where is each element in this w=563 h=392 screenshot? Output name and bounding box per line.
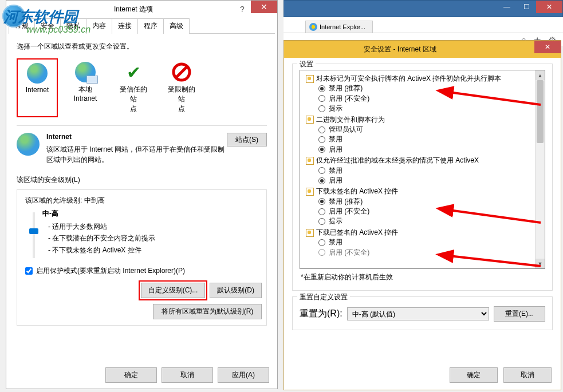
level-bullets: - 适用于大多数网站 - 在下载潜在的不安全内容之前提示 - 不下载未签名的 A… <box>42 221 262 256</box>
cancel-button[interactable]: 取消 <box>162 367 213 383</box>
reset-to-select[interactable]: 中-高 (默认值) <box>347 307 489 320</box>
setting-option[interactable]: 禁用 <box>304 166 541 176</box>
minimize-button[interactable]: — <box>497 1 517 13</box>
ok-button[interactable]: 确定 <box>450 367 498 383</box>
setting-option[interactable]: 启用 <box>304 145 541 155</box>
browser-window: — ☐ ✕ Internet Explor... ⌂ ★ ⚙ <box>284 0 563 46</box>
zone-intranet[interactable]: 本地 Intranet <box>65 58 106 117</box>
globe-large-icon <box>17 133 40 156</box>
radio-icon <box>318 85 325 92</box>
setting-option[interactable]: 启用 <box>304 176 541 185</box>
scrollbar[interactable]: ▲ ▼ <box>535 70 545 268</box>
dialog-footer: 确定 取消 应用(A) <box>105 367 269 383</box>
settings-group: 设置 对未标记为可安全执行脚本的 ActiveX 控件初始化并执行脚本禁用 (推… <box>292 64 553 291</box>
setting-option[interactable]: 禁用 (推荐) <box>304 84 541 93</box>
security-settings-dialog: 安全设置 - Internet 区域 ✕ 设置 对未标记为可安全执行脚本的 Ac… <box>284 40 561 390</box>
dialog-footer: 确定 取消 <box>450 367 552 383</box>
radio-icon <box>318 177 325 184</box>
radio-icon <box>318 136 325 143</box>
restart-note: *在重新启动你的计算机后生效 <box>301 272 545 282</box>
radio-icon <box>318 126 325 133</box>
ok-button[interactable]: 确定 <box>105 367 157 383</box>
setting-header: 仅允许经过批准的域在未经提示的情况下使用 ActiveX <box>304 156 541 165</box>
intranet-icon <box>75 62 96 82</box>
security-slider[interactable] <box>25 209 42 258</box>
scroll-up-button[interactable]: ▲ <box>536 70 545 80</box>
radio-icon <box>318 167 325 174</box>
sites-button[interactable]: 站点(S) <box>227 133 267 146</box>
radio-icon <box>318 146 325 153</box>
security-level-section: 该区域的安全级别(L) 该区域的允许级别: 中到高 中-高 - 适用于大多数网站… <box>17 175 267 326</box>
setting-icon <box>306 229 314 237</box>
setting-header: 下载已签名的 ActiveX 控件 <box>304 228 541 237</box>
tab-connections[interactable]: 连接 <box>112 18 138 34</box>
setting-header: 对未标记为可安全执行脚本的 ActiveX 控件初始化并执行脚本 <box>304 74 541 84</box>
close-button[interactable]: ✕ <box>251 1 277 13</box>
maximize-button[interactable]: ☐ <box>517 1 536 13</box>
reset-all-zones-button[interactable]: 将所有区域重置为默认级别(R) <box>153 304 262 319</box>
tab-advanced[interactable]: 高级 <box>163 18 190 34</box>
browser-close-button[interactable]: ✕ <box>536 1 562 13</box>
help-button[interactable]: ? <box>234 3 251 15</box>
reset-custom-group: 重置自定义设置 重置为(R): 中-高 (默认值) 重置(E)... <box>292 296 553 330</box>
group-label: 设置 <box>297 60 316 69</box>
setting-icon <box>306 157 314 165</box>
reset-to-label: 重置为(R): <box>300 308 342 320</box>
zone-trusted[interactable]: ✔ 受信任的站 点 <box>113 58 154 117</box>
setting-option[interactable]: 禁用 (推荐) <box>304 197 541 207</box>
protected-mode-checkbox[interactable] <box>25 267 33 275</box>
zone-label: 受信任的站 点 <box>117 85 149 114</box>
browser-tab[interactable]: Internet Explor... <box>305 21 373 33</box>
setting-option[interactable]: 提示 <box>304 216 541 226</box>
default-level-button[interactable]: 默认级别(D) <box>210 283 262 298</box>
watermark: 河东软件园 www.pc0359.cn <box>3 7 90 35</box>
browser-tabs: Internet Explor... <box>284 17 563 33</box>
zone-detail-desc: 该区域适用于 Internet 网站，但不适用于在受信任和受限制区域中列出的网站… <box>46 144 227 165</box>
scroll-thumb[interactable] <box>537 80 544 143</box>
zone-internet[interactable]: Internet <box>17 58 58 117</box>
radio-icon <box>318 218 325 225</box>
setting-option[interactable]: 提示 <box>304 104 541 113</box>
svg-line-1 <box>176 67 187 77</box>
zone-instruction: 选择一个区域以查看或更改安全设置。 <box>17 42 267 52</box>
dialog-title: Internet 选项 <box>114 5 153 14</box>
setting-option[interactable]: 禁用 <box>304 134 541 144</box>
dialog-title: 安全设置 - Internet 区域 <box>289 45 534 54</box>
cancel-button[interactable]: 取消 <box>503 367 552 383</box>
zone-restricted[interactable]: 受限制的站 点 <box>161 58 202 117</box>
radio-icon <box>318 239 325 246</box>
zone-label: 本地 Intranet <box>74 85 97 102</box>
radio-icon <box>318 249 325 256</box>
custom-level-button[interactable]: 自定义级别(C)... <box>141 283 206 298</box>
setting-option[interactable]: 启用 (不安全) <box>304 248 541 258</box>
protected-mode-label: 启用保护模式(要求重新启动 Internet Explorer)(P) <box>36 266 185 276</box>
allowed-level-label: 该区域的允许级别: 中到高 <box>25 196 262 205</box>
level-name: 中-高 <box>42 209 262 219</box>
zones-row: Internet 本地 Intranet ✔ 受信任的站 点 受限制的站 点 <box>17 58 267 117</box>
zone-label: 受限制的站 点 <box>166 85 198 114</box>
titlebar: 安全设置 - Internet 区域 ✕ <box>284 41 561 58</box>
settings-listbox[interactable]: 对未标记为可安全执行脚本的 ActiveX 控件初始化并执行脚本禁用 (推荐)启… <box>300 70 545 269</box>
tab-label: Internet Explor... <box>320 23 365 30</box>
setting-icon <box>306 188 314 196</box>
forbid-icon <box>171 62 192 82</box>
tab-programs[interactable]: 程序 <box>137 18 164 34</box>
setting-header: 二进制文件和脚本行为 <box>304 115 541 125</box>
scroll-down-button[interactable]: ▼ <box>536 259 545 268</box>
close-button[interactable]: ✕ <box>534 41 561 53</box>
internet-options-dialog: Internet 选项 ? ✕ 常规 安全 隐私 内容 连接 程序 高级 选择一… <box>6 0 278 389</box>
watermark-text: 河东软件园 <box>3 8 78 25</box>
zone-detail: Internet 该区域适用于 Internet 网站，但不适用于在受信任和受限… <box>17 125 267 165</box>
security-level-label: 该区域的安全级别(L) <box>17 175 267 185</box>
ie-icon <box>309 23 317 31</box>
setting-option[interactable]: 启用 (不安全) <box>304 94 541 104</box>
reset-button[interactable]: 重置(E)... <box>494 306 545 322</box>
setting-option[interactable]: 管理员认可 <box>304 125 541 134</box>
globe-icon <box>27 63 48 84</box>
setting-option[interactable]: 禁用 <box>304 237 541 247</box>
radio-icon <box>318 95 325 102</box>
apply-button[interactable]: 应用(A) <box>218 367 269 383</box>
radio-icon <box>318 208 325 215</box>
slider-thumb[interactable] <box>29 228 38 234</box>
setting-option[interactable]: 启用 (不安全) <box>304 207 541 216</box>
